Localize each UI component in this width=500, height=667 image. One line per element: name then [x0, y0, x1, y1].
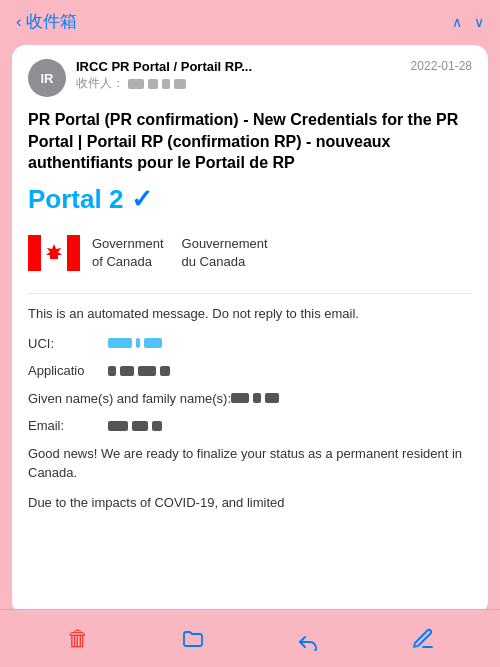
name-field-row: Given name(s) and family name(s):: [28, 389, 472, 409]
email-redacted-1: [108, 421, 128, 431]
application-field-row: Applicatio: [28, 361, 472, 381]
email-subject: PR Portal (PR confirmation) - New Creden…: [28, 109, 472, 174]
body-covid: Due to the impacts of COVID-19, and limi…: [28, 493, 472, 513]
checkmark-icon: ✓: [131, 184, 153, 215]
email-field-row: Email:: [28, 416, 472, 436]
uci-redacted-2: [136, 338, 140, 348]
app-redacted-3: [138, 366, 156, 376]
email-header: IR IRCC PR Portal / Portail RP... 收件人： 2…: [28, 59, 472, 97]
trash-button[interactable]: 🗑: [56, 617, 100, 661]
body-intro: This is an automated message. Do not rep…: [28, 304, 472, 324]
app-redacted-1: [108, 366, 116, 376]
name-label: Given name(s) and family name(s):: [28, 389, 231, 409]
name-value: [231, 393, 279, 403]
app-redacted-2: [120, 366, 134, 376]
redacted-email-1: [128, 79, 144, 89]
nav-up-button[interactable]: ∧: [452, 14, 462, 30]
email-date: 2022-01-28: [411, 59, 472, 73]
gov-english: Government of Canada: [92, 235, 164, 271]
email-body: This is an automated message. Do not rep…: [28, 304, 472, 512]
app-redacted-4: [160, 366, 170, 376]
avatar: IR: [28, 59, 66, 97]
email-value: [108, 421, 162, 431]
folder-button[interactable]: [171, 617, 215, 661]
portal-annotation: Portal 2 ✓: [28, 184, 472, 215]
application-value: [108, 366, 170, 376]
gov-french: Gouvernement du Canada: [182, 235, 268, 271]
email-redacted-3: [152, 421, 162, 431]
svg-rect-0: [28, 235, 41, 271]
top-bar: ‹ 收件箱 ∧ ∨: [0, 0, 500, 41]
back-button[interactable]: ‹ 收件箱: [16, 10, 77, 33]
bottom-toolbar: 🗑: [0, 609, 500, 667]
nav-down-button[interactable]: ∨: [474, 14, 484, 30]
uci-redacted-3: [144, 338, 162, 348]
government-banner: Government of Canada Gouvernement du Can…: [28, 229, 472, 277]
divider: [28, 293, 472, 294]
body-good-news: Good news! We are ready to finalize your…: [28, 444, 472, 483]
sender-name: IRCC PR Portal / Portail RP...: [76, 59, 401, 74]
redacted-email-4: [174, 79, 186, 89]
email-redacted-2: [132, 421, 148, 431]
chevron-left-icon: ‹: [16, 12, 22, 32]
canada-flag-icon: [28, 235, 80, 271]
uci-field-row: UCI:: [28, 334, 472, 354]
name-redacted-3: [265, 393, 279, 403]
uci-label: UCI:: [28, 334, 108, 354]
gov-text: Government of Canada Gouvernement du Can…: [92, 235, 268, 271]
recipient-label: 收件人：: [76, 75, 124, 92]
name-redacted-2: [253, 393, 261, 403]
redacted-email-3: [162, 79, 170, 89]
svg-rect-2: [67, 235, 80, 271]
name-redacted-1: [231, 393, 249, 403]
reply-button[interactable]: [286, 617, 330, 661]
redacted-email-2: [148, 79, 158, 89]
portal-label: Portal 2: [28, 184, 123, 215]
recipient-row: 收件人：: [76, 75, 401, 92]
compose-button[interactable]: [401, 617, 445, 661]
email-label: Email:: [28, 416, 108, 436]
back-label: 收件箱: [26, 10, 77, 33]
uci-value: [108, 338, 162, 348]
email-card: IR IRCC PR Portal / Portail RP... 收件人： 2…: [12, 45, 488, 615]
email-meta: IRCC PR Portal / Portail RP... 收件人：: [76, 59, 401, 92]
uci-redacted-1: [108, 338, 132, 348]
navigation-buttons: ∧ ∨: [452, 14, 484, 30]
application-label: Applicatio: [28, 361, 108, 381]
